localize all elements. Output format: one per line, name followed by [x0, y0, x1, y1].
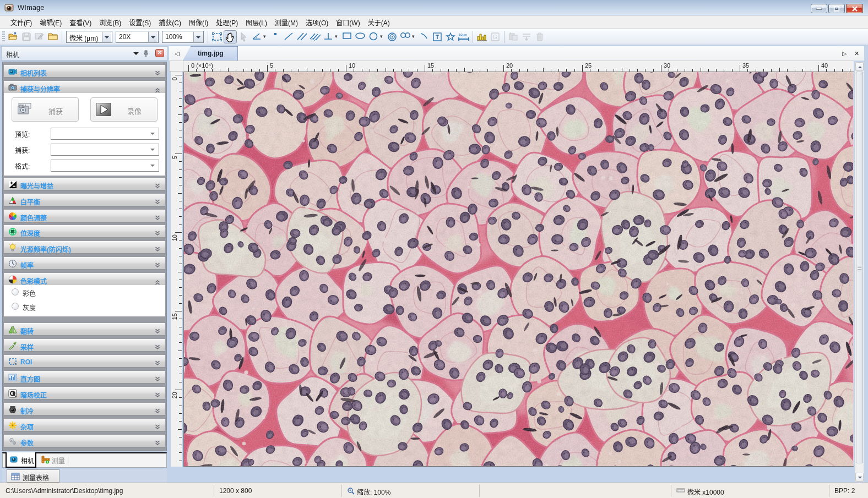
svg-text:10µm: 10µm	[459, 33, 467, 36]
svg-text:G: G	[493, 34, 497, 40]
